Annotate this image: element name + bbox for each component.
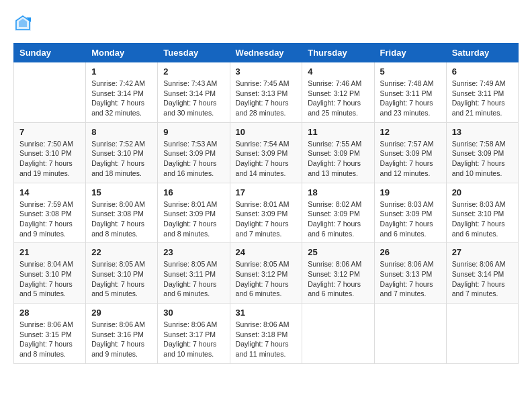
- logo: [13, 13, 35, 32]
- day-number: 10: [236, 127, 297, 137]
- day-info: Sunrise: 8:00 AM Sunset: 3:08 PM Dayligh…: [91, 199, 152, 239]
- calendar-header-thursday: Thursday: [302, 44, 374, 62]
- day-number: 22: [91, 247, 152, 257]
- calendar-cell: 21Sunrise: 8:04 AM Sunset: 3:10 PM Dayli…: [14, 243, 86, 304]
- calendar-week-row: 1Sunrise: 7:42 AM Sunset: 3:14 PM Daylig…: [14, 62, 519, 123]
- calendar-cell: [374, 304, 446, 364]
- calendar-cell: 29Sunrise: 8:06 AM Sunset: 3:16 PM Dayli…: [86, 304, 158, 364]
- calendar-cell: 28Sunrise: 8:06 AM Sunset: 3:15 PM Dayli…: [14, 304, 86, 364]
- calendar-cell: 20Sunrise: 8:03 AM Sunset: 3:10 PM Dayli…: [446, 183, 518, 243]
- calendar-header-sunday: Sunday: [14, 44, 86, 62]
- day-info: Sunrise: 8:06 AM Sunset: 3:13 PM Dayligh…: [380, 259, 441, 299]
- day-number: 14: [19, 187, 80, 197]
- day-number: 2: [163, 66, 224, 77]
- day-info: Sunrise: 8:06 AM Sunset: 3:17 PM Dayligh…: [163, 320, 224, 359]
- day-info: Sunrise: 8:06 AM Sunset: 3:12 PM Dayligh…: [308, 259, 368, 299]
- day-number: 20: [452, 187, 513, 197]
- calendar-week-row: 21Sunrise: 8:04 AM Sunset: 3:10 PM Dayli…: [14, 243, 519, 304]
- calendar-week-row: 7Sunrise: 7:50 AM Sunset: 3:10 PM Daylig…: [14, 122, 519, 183]
- calendar-header-tuesday: Tuesday: [158, 44, 230, 62]
- day-number: 23: [163, 247, 224, 257]
- day-info: Sunrise: 7:42 AM Sunset: 3:14 PM Dayligh…: [91, 79, 152, 118]
- day-info: Sunrise: 8:06 AM Sunset: 3:15 PM Dayligh…: [19, 320, 80, 359]
- calendar-cell: 6Sunrise: 7:49 AM Sunset: 3:11 PM Daylig…: [446, 62, 518, 123]
- day-info: Sunrise: 8:06 AM Sunset: 3:14 PM Dayligh…: [452, 259, 513, 299]
- day-info: Sunrise: 8:01 AM Sunset: 3:09 PM Dayligh…: [236, 199, 297, 239]
- day-number: 4: [308, 66, 368, 77]
- day-info: Sunrise: 7:45 AM Sunset: 3:13 PM Dayligh…: [236, 79, 297, 118]
- day-info: Sunrise: 7:57 AM Sunset: 3:09 PM Dayligh…: [380, 139, 441, 179]
- day-number: 30: [163, 308, 224, 318]
- day-number: 15: [91, 187, 152, 197]
- day-info: Sunrise: 8:01 AM Sunset: 3:09 PM Dayligh…: [163, 199, 224, 239]
- calendar-cell: 4Sunrise: 7:46 AM Sunset: 3:12 PM Daylig…: [302, 62, 374, 123]
- day-number: 8: [91, 127, 152, 137]
- calendar-table: SundayMondayTuesdayWednesdayThursdayFrid…: [13, 43, 519, 364]
- day-number: 29: [91, 308, 152, 318]
- day-number: 31: [236, 308, 297, 318]
- day-info: Sunrise: 8:06 AM Sunset: 3:16 PM Dayligh…: [91, 320, 152, 359]
- calendar-cell: 17Sunrise: 8:01 AM Sunset: 3:09 PM Dayli…: [230, 183, 302, 243]
- calendar-cell: [446, 304, 518, 364]
- day-number: 7: [19, 127, 80, 137]
- day-number: 5: [380, 66, 441, 77]
- day-info: Sunrise: 8:05 AM Sunset: 3:12 PM Dayligh…: [236, 259, 297, 299]
- day-info: Sunrise: 7:48 AM Sunset: 3:11 PM Dayligh…: [380, 79, 441, 118]
- day-info: Sunrise: 7:52 AM Sunset: 3:10 PM Dayligh…: [91, 139, 152, 179]
- day-number: 12: [380, 127, 441, 137]
- calendar-cell: 7Sunrise: 7:50 AM Sunset: 3:10 PM Daylig…: [14, 122, 86, 183]
- calendar-cell: 10Sunrise: 7:54 AM Sunset: 3:09 PM Dayli…: [230, 122, 302, 183]
- calendar-cell: 27Sunrise: 8:06 AM Sunset: 3:14 PM Dayli…: [446, 243, 518, 304]
- day-number: 26: [380, 247, 441, 257]
- calendar-cell: 25Sunrise: 8:06 AM Sunset: 3:12 PM Dayli…: [302, 243, 374, 304]
- calendar-cell: 13Sunrise: 7:58 AM Sunset: 3:09 PM Dayli…: [446, 122, 518, 183]
- calendar-cell: 9Sunrise: 7:53 AM Sunset: 3:09 PM Daylig…: [158, 122, 230, 183]
- day-number: 27: [452, 247, 513, 257]
- calendar-cell: 1Sunrise: 7:42 AM Sunset: 3:14 PM Daylig…: [86, 62, 158, 123]
- day-number: 1: [91, 66, 152, 77]
- calendar-cell: 22Sunrise: 8:05 AM Sunset: 3:10 PM Dayli…: [86, 243, 158, 304]
- day-info: Sunrise: 7:53 AM Sunset: 3:09 PM Dayligh…: [163, 139, 224, 179]
- calendar-cell: 3Sunrise: 7:45 AM Sunset: 3:13 PM Daylig…: [230, 62, 302, 123]
- day-number: 18: [308, 187, 368, 197]
- day-info: Sunrise: 7:54 AM Sunset: 3:09 PM Dayligh…: [236, 139, 297, 179]
- day-info: Sunrise: 8:06 AM Sunset: 3:18 PM Dayligh…: [236, 320, 297, 359]
- day-info: Sunrise: 7:55 AM Sunset: 3:09 PM Dayligh…: [308, 139, 368, 179]
- calendar-header-saturday: Saturday: [446, 44, 518, 62]
- calendar-cell: 31Sunrise: 8:06 AM Sunset: 3:18 PM Dayli…: [230, 304, 302, 364]
- day-info: Sunrise: 7:49 AM Sunset: 3:11 PM Dayligh…: [452, 79, 513, 118]
- day-info: Sunrise: 8:03 AM Sunset: 3:10 PM Dayligh…: [452, 199, 513, 239]
- calendar-header-row: SundayMondayTuesdayWednesdayThursdayFrid…: [14, 44, 519, 62]
- calendar-cell: 14Sunrise: 7:59 AM Sunset: 3:08 PM Dayli…: [14, 183, 86, 243]
- day-info: Sunrise: 7:59 AM Sunset: 3:08 PM Dayligh…: [19, 199, 80, 239]
- calendar-cell: 16Sunrise: 8:01 AM Sunset: 3:09 PM Dayli…: [158, 183, 230, 243]
- day-info: Sunrise: 7:50 AM Sunset: 3:10 PM Dayligh…: [19, 139, 80, 179]
- calendar-header-friday: Friday: [374, 44, 446, 62]
- day-number: 3: [236, 66, 297, 77]
- calendar-cell: 5Sunrise: 7:48 AM Sunset: 3:11 PM Daylig…: [374, 62, 446, 123]
- day-number: 11: [308, 127, 368, 137]
- day-info: Sunrise: 7:58 AM Sunset: 3:09 PM Dayligh…: [452, 139, 513, 179]
- calendar-week-row: 14Sunrise: 7:59 AM Sunset: 3:08 PM Dayli…: [14, 183, 519, 243]
- day-number: 28: [19, 308, 80, 318]
- calendar-cell: [14, 62, 86, 123]
- calendar-cell: 26Sunrise: 8:06 AM Sunset: 3:13 PM Dayli…: [374, 243, 446, 304]
- day-number: 21: [19, 247, 80, 257]
- calendar-cell: 11Sunrise: 7:55 AM Sunset: 3:09 PM Dayli…: [302, 122, 374, 183]
- day-number: 25: [308, 247, 368, 257]
- calendar-cell: 12Sunrise: 7:57 AM Sunset: 3:09 PM Dayli…: [374, 122, 446, 183]
- day-number: 13: [452, 127, 513, 137]
- calendar-cell: 30Sunrise: 8:06 AM Sunset: 3:17 PM Dayli…: [158, 304, 230, 364]
- day-number: 6: [452, 66, 513, 77]
- day-number: 9: [163, 127, 224, 137]
- logo-icon: [13, 13, 32, 32]
- calendar-header-wednesday: Wednesday: [230, 44, 302, 62]
- day-info: Sunrise: 8:03 AM Sunset: 3:09 PM Dayligh…: [380, 199, 441, 239]
- day-info: Sunrise: 7:46 AM Sunset: 3:12 PM Dayligh…: [308, 79, 368, 118]
- day-info: Sunrise: 8:04 AM Sunset: 3:10 PM Dayligh…: [19, 259, 80, 299]
- day-info: Sunrise: 8:05 AM Sunset: 3:11 PM Dayligh…: [163, 259, 224, 299]
- day-number: 16: [163, 187, 224, 197]
- calendar-cell: 19Sunrise: 8:03 AM Sunset: 3:09 PM Dayli…: [374, 183, 446, 243]
- calendar-cell: 8Sunrise: 7:52 AM Sunset: 3:10 PM Daylig…: [86, 122, 158, 183]
- day-number: 24: [236, 247, 297, 257]
